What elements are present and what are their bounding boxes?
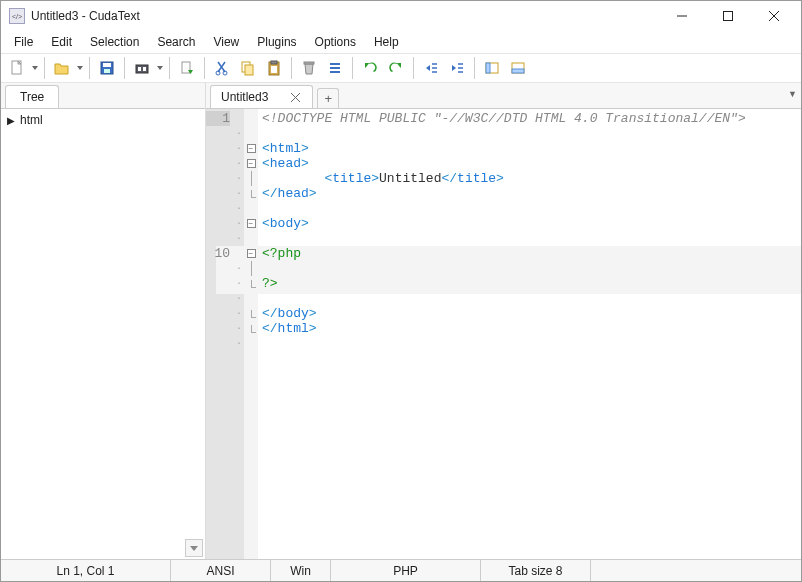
svg-rect-1 (724, 12, 733, 21)
code-line[interactable] (262, 336, 801, 351)
menu-edit[interactable]: Edit (42, 33, 81, 51)
menu-options[interactable]: Options (306, 33, 365, 51)
status-line-ending[interactable]: Win (271, 560, 331, 581)
code-line[interactable]: <body> (262, 216, 801, 231)
bookmark-gutter: ·············· (234, 109, 244, 559)
gutter-dot: · (234, 291, 244, 306)
tree-item-html[interactable]: ▶ html (7, 113, 199, 127)
separator (124, 57, 125, 79)
unindent-button[interactable] (419, 56, 443, 80)
status-encoding[interactable]: ANSI (171, 560, 271, 581)
menubar: FileEditSelectionSearchViewPluginsOption… (1, 31, 801, 53)
line-number (206, 216, 230, 231)
menu-file[interactable]: File (5, 33, 42, 51)
svg-rect-21 (304, 62, 314, 64)
status-syntax[interactable]: PHP (331, 560, 481, 581)
svg-rect-19 (271, 61, 277, 64)
gutter-dot: · (234, 261, 244, 276)
separator (204, 57, 205, 79)
cut-button[interactable] (210, 56, 234, 80)
gutter-dot: · (234, 231, 244, 246)
close-tab-button[interactable] (288, 90, 302, 104)
code-line[interactable] (262, 231, 801, 246)
code-line[interactable]: <?php (262, 246, 801, 261)
folder-browse-dropdown[interactable] (156, 66, 164, 70)
redo-button[interactable] (384, 56, 408, 80)
code-line[interactable]: </html> (262, 321, 801, 336)
close-button[interactable] (751, 1, 797, 31)
tree-expand-icon[interactable]: ▶ (7, 115, 17, 126)
tabbar-dropdown[interactable]: ▼ (788, 89, 797, 99)
fold-marker[interactable]: − (244, 246, 258, 261)
svg-rect-10 (143, 67, 146, 71)
folder-browse-button[interactable] (130, 56, 154, 80)
gutter-dot: · (234, 336, 244, 351)
svg-rect-9 (138, 67, 141, 71)
maximize-button[interactable] (705, 1, 751, 31)
code-line[interactable] (262, 201, 801, 216)
gutter-dot: · (234, 126, 244, 141)
line-number (206, 336, 230, 351)
open-file-button[interactable] (50, 56, 74, 80)
code-line[interactable] (262, 261, 801, 276)
save-button[interactable] (95, 56, 119, 80)
fold-gutter: −−−− (244, 109, 258, 559)
toggle-side-panel-button[interactable] (480, 56, 504, 80)
minimize-button[interactable] (659, 1, 705, 31)
reload-button[interactable] (175, 56, 199, 80)
toggle-bottom-panel-button[interactable] (506, 56, 530, 80)
code-line[interactable]: <title>Untitled</title> (262, 171, 801, 186)
menu-selection[interactable]: Selection (81, 33, 148, 51)
line-number (206, 306, 230, 321)
menu-view[interactable]: View (204, 33, 248, 51)
new-tab-button[interactable]: + (317, 88, 339, 108)
fold-marker[interactable]: − (244, 156, 258, 171)
code-line[interactable]: </head> (262, 186, 801, 201)
fold-marker (244, 201, 258, 216)
code-line[interactable]: <html> (262, 141, 801, 156)
menu-plugins[interactable]: Plugins (248, 33, 305, 51)
editor-tabbar: Untitled3 + ▼ (206, 83, 801, 109)
open-file-dropdown[interactable] (76, 66, 84, 70)
window-title: Untitled3 - CudaText (31, 9, 659, 23)
code-line[interactable] (262, 291, 801, 306)
gutter-dot: · (234, 276, 244, 291)
code-content[interactable]: <!DOCTYPE HTML PUBLIC "-//W3C//DTD HTML … (258, 109, 801, 559)
paste-button[interactable] (262, 56, 286, 80)
delete-button[interactable] (297, 56, 321, 80)
fold-marker[interactable]: − (244, 216, 258, 231)
separator (44, 57, 45, 79)
editor-area: Untitled3 + ▼ 110 ·············· −−−− <!… (206, 83, 801, 559)
copy-button[interactable] (236, 56, 260, 80)
undo-button[interactable] (358, 56, 382, 80)
status-spacer (591, 560, 801, 581)
fold-marker (244, 111, 258, 126)
select-all-button[interactable] (323, 56, 347, 80)
status-position[interactable]: Ln 1, Col 1 (1, 560, 171, 581)
status-tab-size[interactable]: Tab size 8 (481, 560, 591, 581)
fold-marker (244, 291, 258, 306)
code-line[interactable] (262, 126, 801, 141)
line-number (206, 231, 230, 246)
tree-view[interactable]: ▶ html (1, 109, 205, 559)
code-line[interactable]: </body> (262, 306, 801, 321)
code-line[interactable]: <head> (262, 156, 801, 171)
indent-button[interactable] (445, 56, 469, 80)
tree-scroll-down[interactable] (185, 539, 203, 557)
code-line[interactable]: <!DOCTYPE HTML PUBLIC "-//W3C//DTD HTML … (262, 111, 801, 126)
code-editor[interactable]: 110 ·············· −−−− <!DOCTYPE HTML P… (206, 109, 801, 559)
menu-search[interactable]: Search (148, 33, 204, 51)
tree-panel-tab[interactable]: Tree (5, 85, 59, 108)
separator (291, 57, 292, 79)
fold-marker[interactable]: − (244, 141, 258, 156)
side-panel: Tree ▶ html (1, 83, 206, 559)
fold-marker (244, 126, 258, 141)
new-file-button[interactable] (5, 56, 29, 80)
editor-tab-untitled3[interactable]: Untitled3 (210, 85, 313, 108)
fold-marker (244, 306, 258, 321)
app-icon: </> (9, 8, 25, 24)
code-line[interactable]: ?> (262, 276, 801, 291)
menu-help[interactable]: Help (365, 33, 408, 51)
separator (89, 57, 90, 79)
new-file-dropdown[interactable] (31, 66, 39, 70)
